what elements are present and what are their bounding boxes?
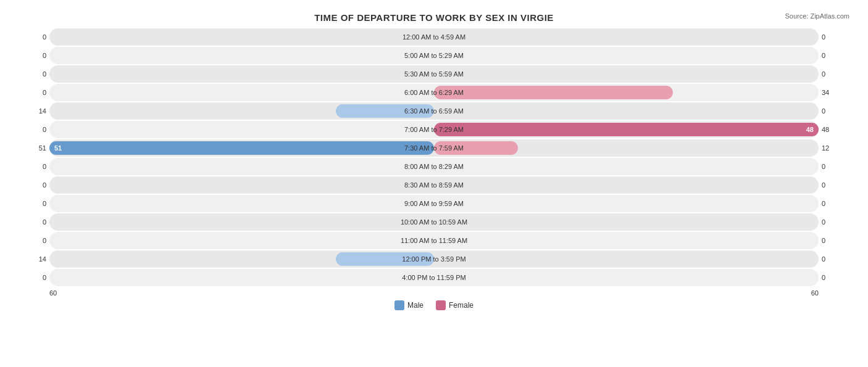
female-count: 48 bbox=[822, 126, 840, 133]
male-count: 0 bbox=[28, 218, 46, 226]
legend-male-label: Male bbox=[407, 301, 424, 310]
male-count: 14 bbox=[28, 107, 46, 115]
axis-left-label: 60 bbox=[49, 289, 57, 297]
time-label: 4:00 PM to 11:59 PM bbox=[402, 274, 465, 281]
time-label: 12:00 PM to 3:59 PM bbox=[402, 255, 465, 263]
chart-title: TIME OF DEPARTURE TO WORK BY SEX IN VIRG… bbox=[19, 12, 849, 23]
chart-row: 004:00 PM to 11:59 PM bbox=[49, 269, 819, 286]
female-count: 0 bbox=[822, 52, 840, 59]
time-label: 9:00 AM to 9:59 AM bbox=[404, 200, 464, 207]
female-count: 0 bbox=[822, 107, 840, 115]
chart-row: 0346:00 AM to 6:29 AM bbox=[49, 84, 819, 101]
chart-row: 005:30 AM to 5:59 AM bbox=[49, 65, 819, 83]
female-count: 0 bbox=[822, 70, 840, 78]
chart-inner: 0012:00 AM to 4:59 AM005:00 AM to 5:29 A… bbox=[49, 28, 819, 310]
male-count: 0 bbox=[28, 70, 46, 78]
rows-container: 0012:00 AM to 4:59 AM005:00 AM to 5:29 A… bbox=[49, 28, 819, 287]
legend-male: Male bbox=[394, 300, 424, 310]
legend: Male Female bbox=[49, 300, 819, 310]
source-text: Source: ZipAtlas.com bbox=[785, 12, 849, 20]
male-count: 0 bbox=[28, 52, 46, 59]
female-count: 0 bbox=[822, 163, 840, 170]
male-count: 0 bbox=[28, 89, 46, 96]
chart-row: 005:00 AM to 5:29 AM bbox=[49, 47, 819, 64]
time-label: 10:00 AM to 10:59 AM bbox=[401, 218, 467, 226]
legend-female: Female bbox=[436, 300, 474, 310]
male-count: 0 bbox=[28, 163, 46, 170]
chart-container: TIME OF DEPARTURE TO WORK BY SEX IN VIRG… bbox=[0, 0, 868, 367]
time-label: 11:00 AM to 11:59 AM bbox=[401, 237, 467, 244]
chart-row: 009:00 AM to 9:59 AM bbox=[49, 195, 819, 212]
male-count: 0 bbox=[28, 126, 46, 133]
female-count: 0 bbox=[822, 274, 840, 281]
chart-row: 0010:00 AM to 10:59 AM bbox=[49, 213, 819, 231]
male-count: 0 bbox=[28, 200, 46, 207]
female-count: 0 bbox=[822, 255, 840, 263]
time-label: 5:30 AM to 5:59 AM bbox=[404, 70, 464, 78]
chart-row: 1406:30 AM to 6:59 AM bbox=[49, 102, 819, 120]
female-count: 0 bbox=[822, 218, 840, 226]
axis-bottom: 60 60 bbox=[49, 289, 819, 297]
time-label: 5:00 AM to 5:29 AM bbox=[404, 52, 464, 59]
time-label: 7:30 AM to 7:59 AM bbox=[404, 144, 464, 152]
legend-female-box bbox=[436, 300, 446, 310]
time-label: 8:00 AM to 8:29 AM bbox=[404, 163, 464, 170]
male-count: 0 bbox=[28, 33, 46, 41]
female-count: 12 bbox=[822, 144, 840, 152]
chart-row: 008:30 AM to 8:59 AM bbox=[49, 176, 819, 194]
legend-female-label: Female bbox=[449, 301, 474, 310]
time-label: 6:00 AM to 6:29 AM bbox=[404, 89, 464, 96]
chart-row: 0012:00 AM to 4:59 AM bbox=[49, 28, 819, 46]
female-bar: 48 bbox=[434, 123, 819, 136]
male-count: 14 bbox=[28, 255, 46, 263]
axis-right-label: 60 bbox=[811, 289, 819, 297]
male-count: 0 bbox=[28, 237, 46, 244]
male-count: 51 bbox=[28, 144, 46, 152]
female-bar bbox=[434, 86, 673, 99]
chart-row: 0011:00 AM to 11:59 AM bbox=[49, 232, 819, 249]
male-count: 0 bbox=[28, 274, 46, 281]
female-count: 0 bbox=[822, 237, 840, 244]
female-count: 0 bbox=[822, 200, 840, 207]
chart-row: 480487:00 AM to 7:29 AM bbox=[49, 121, 819, 138]
time-label: 7:00 AM to 7:29 AM bbox=[404, 126, 464, 133]
female-count: 0 bbox=[822, 181, 840, 189]
time-label: 8:30 AM to 8:59 AM bbox=[404, 181, 464, 189]
female-count: 0 bbox=[822, 33, 840, 41]
chart-row: 5151127:30 AM to 7:59 AM bbox=[49, 139, 819, 157]
legend-male-box bbox=[394, 300, 404, 310]
time-label: 6:30 AM to 6:59 AM bbox=[404, 107, 464, 115]
time-label: 12:00 AM to 4:59 AM bbox=[403, 33, 465, 41]
female-count: 34 bbox=[822, 89, 840, 96]
male-count: 0 bbox=[28, 181, 46, 189]
male-bar: 51 bbox=[49, 141, 434, 155]
chart-row: 14012:00 PM to 3:59 PM bbox=[49, 250, 819, 268]
chart-row: 008:00 AM to 8:29 AM bbox=[49, 158, 819, 175]
